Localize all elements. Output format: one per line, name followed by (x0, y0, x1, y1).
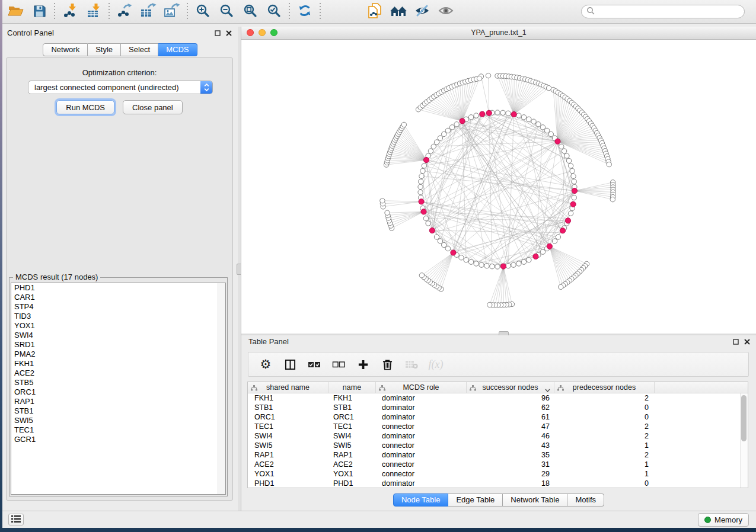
network-node[interactable] (571, 174, 576, 178)
mcds-node[interactable] (533, 254, 538, 259)
run-mcds-button[interactable]: Run MCDS (56, 100, 114, 114)
network-node[interactable] (564, 153, 569, 158)
network-node[interactable] (474, 113, 479, 118)
network-node[interactable] (548, 132, 553, 136)
mcds-result-item[interactable]: SRD1 (11, 340, 225, 350)
clone-network-button[interactable] (363, 2, 387, 22)
network-node[interactable] (464, 258, 468, 262)
network-node[interactable] (401, 122, 406, 127)
zoom-selected-button[interactable] (262, 2, 286, 22)
network-node[interactable] (610, 197, 615, 201)
table-scrollbar-thumb[interactable] (741, 395, 747, 441)
open-file-button[interactable] (4, 2, 27, 22)
close-table-panel-icon[interactable] (744, 338, 750, 347)
mcds-result-item[interactable]: CAR1 (11, 293, 225, 302)
network-node[interactable] (566, 158, 571, 163)
network-node[interactable] (418, 184, 423, 189)
mcds-node[interactable] (555, 139, 560, 144)
network-node[interactable] (420, 168, 425, 173)
network-node[interactable] (454, 122, 459, 127)
zoom-out-button[interactable] (215, 2, 238, 22)
mcds-result-item[interactable]: TID3 (11, 312, 225, 321)
delete-columns-icon[interactable] (381, 357, 394, 371)
tab-select[interactable]: Select (121, 43, 158, 56)
table-row[interactable]: PHD1PHD1dominator180 (248, 479, 748, 488)
column-header-shared-name[interactable]: shared name (248, 382, 328, 393)
zoom-in-button[interactable] (191, 2, 215, 22)
memory-button[interactable]: Memory (698, 513, 749, 527)
mcds-result-item[interactable]: PMA2 (11, 350, 225, 359)
close-panel-icon[interactable] (226, 29, 232, 38)
network-node[interactable] (441, 132, 446, 136)
hide-selected-eye-slash-button[interactable] (410, 2, 434, 22)
network-node[interactable] (419, 273, 424, 278)
network-node[interactable] (559, 144, 564, 149)
network-node[interactable] (431, 144, 436, 149)
network-node[interactable] (540, 125, 545, 130)
network-node[interactable] (559, 284, 563, 289)
network-node[interactable] (500, 110, 505, 115)
zoom-fit-button[interactable] (238, 2, 262, 22)
network-node[interactable] (438, 136, 442, 140)
network-node[interactable] (527, 117, 531, 121)
network-node[interactable] (572, 179, 576, 184)
mcds-result-item[interactable]: STB5 (11, 378, 225, 387)
network-node[interactable] (562, 149, 566, 153)
add-column-icon[interactable] (356, 357, 369, 371)
mcds-result-item[interactable]: TEC1 (11, 425, 225, 435)
mcds-result-item[interactable]: GCR1 (11, 435, 225, 444)
network-node[interactable] (521, 259, 526, 264)
network-node[interactable] (486, 73, 490, 78)
network-node[interactable] (490, 264, 495, 268)
mcds-node[interactable] (451, 250, 456, 255)
mcds-node[interactable] (421, 209, 426, 214)
mcds-result-list[interactable]: PHD1CAR1STP4TID3YOX1SWI4SRD1PMA2FKH1ACE2… (11, 283, 226, 495)
tab-node-table[interactable]: Node Table (393, 493, 449, 507)
network-node[interactable] (487, 302, 492, 307)
float-panel-icon[interactable] (215, 29, 221, 38)
table-row[interactable]: TEC1TEC1connector472 (248, 422, 748, 431)
table-row[interactable]: SWI4SWI4dominator462 (248, 431, 748, 441)
export-network-button[interactable] (113, 2, 136, 22)
table-row[interactable]: STB1STB1dominator620 (248, 403, 748, 412)
network-node[interactable] (568, 164, 573, 168)
mcds-result-item[interactable]: ORC1 (11, 387, 225, 397)
mcds-node[interactable] (572, 188, 577, 193)
mcds-node[interactable] (480, 111, 485, 117)
network-node[interactable] (506, 111, 511, 116)
mcds-node[interactable] (511, 111, 516, 117)
table-row[interactable]: ACE2ACE2connector311 (248, 460, 748, 469)
mcds-result-item[interactable]: FKH1 (11, 359, 225, 368)
network-node[interactable] (468, 259, 473, 264)
network-node[interactable] (572, 195, 576, 200)
table-row[interactable]: SWI5SWI5connector431 (248, 441, 748, 450)
column-header-MCDS-role[interactable]: MCDS role (376, 382, 467, 393)
mcds-node[interactable] (500, 264, 506, 269)
network-node[interactable] (521, 115, 526, 120)
network-node[interactable] (607, 162, 611, 166)
network-node[interactable] (495, 110, 500, 115)
network-node[interactable] (434, 235, 439, 239)
column-header-successor-nodes[interactable]: successor nodes (467, 382, 554, 393)
mcds-result-item[interactable]: SWI4 (11, 331, 225, 340)
mcds-node[interactable] (419, 199, 424, 204)
mcds-node[interactable] (423, 157, 429, 162)
table-options-gear-icon[interactable]: ⚙ (259, 357, 272, 371)
network-node[interactable] (516, 261, 521, 266)
mcds-result-item[interactable]: YOX1 (11, 321, 225, 331)
mcds-node[interactable] (547, 243, 552, 249)
select-all-checkboxes-icon[interactable] (308, 357, 321, 371)
network-node[interactable] (426, 221, 430, 226)
mcds-result-item[interactable]: RAP1 (11, 397, 225, 406)
table-row[interactable]: ORC1ORC1dominator610 (248, 412, 748, 422)
network-node[interactable] (423, 216, 428, 220)
float-table-panel-icon[interactable] (733, 338, 739, 347)
optimization-criterion-select[interactable]: largest connected component (undirected) (28, 81, 213, 94)
network-node[interactable] (434, 140, 439, 145)
network-node[interactable] (495, 264, 500, 269)
network-node[interactable] (552, 239, 557, 243)
search-field[interactable] (581, 5, 745, 18)
search-input[interactable] (597, 6, 744, 18)
network-node[interactable] (531, 119, 536, 124)
network-node[interactable] (536, 122, 541, 127)
